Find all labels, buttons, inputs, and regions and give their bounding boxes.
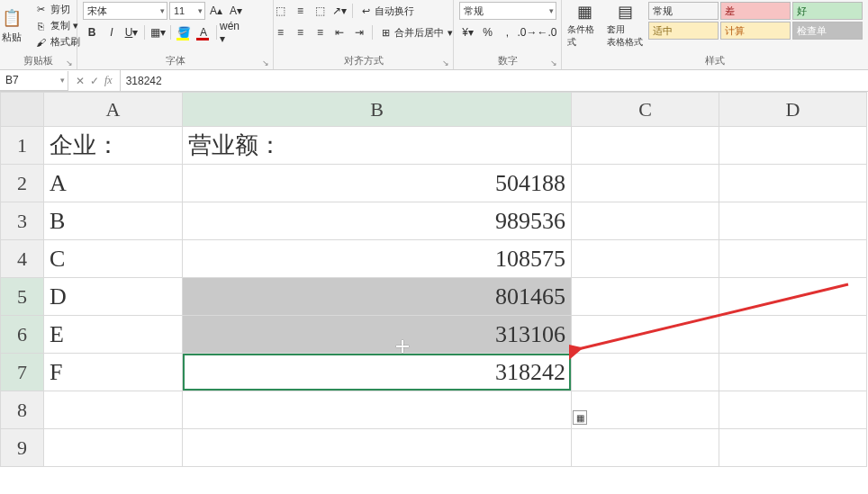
align-middle-icon[interactable]: ≡	[291, 2, 309, 20]
font-name-select[interactable]: 宋体	[83, 2, 167, 20]
row-header[interactable]: 6	[1, 316, 44, 354]
row-header[interactable]: 9	[1, 429, 44, 467]
cell[interactable]	[572, 391, 719, 429]
cell[interactable]	[719, 165, 867, 202]
cell[interactable]	[572, 165, 719, 202]
cell-b1[interactable]: 营业额：	[183, 127, 572, 165]
dialog-launcher-icon[interactable]: ↘	[550, 58, 559, 67]
enter-icon[interactable]: ✓	[90, 75, 99, 87]
indent-increase-icon[interactable]: ⇥	[350, 23, 368, 41]
currency-icon[interactable]: ¥▾	[459, 23, 477, 41]
wrap-text-button[interactable]: ↩ 自动换行	[357, 4, 417, 19]
style-bad[interactable]: 差	[720, 2, 791, 20]
cancel-icon[interactable]: ✕	[76, 75, 85, 87]
row-header[interactable]: 1	[1, 127, 44, 165]
cell[interactable]	[572, 202, 719, 240]
cell-a2[interactable]: A	[44, 165, 183, 202]
phonetic-button[interactable]: wén ▾	[221, 23, 239, 41]
cell[interactable]	[572, 278, 719, 316]
format-painter-button[interactable]: 🖌 格式刷	[32, 34, 83, 49]
cell-b5[interactable]: 801465	[183, 278, 572, 316]
bold-button[interactable]: B	[83, 23, 101, 41]
cell[interactable]	[183, 391, 572, 429]
name-box[interactable]: B7	[0, 71, 68, 91]
row-header[interactable]: 2	[1, 165, 44, 202]
cell[interactable]	[572, 429, 719, 467]
fill-color-button[interactable]: 🪣	[175, 23, 193, 41]
cell[interactable]	[572, 354, 719, 391]
decrease-decimal-icon[interactable]: ←.0	[538, 23, 556, 41]
style-good[interactable]: 好	[792, 2, 863, 20]
style-normal[interactable]: 常规	[648, 2, 719, 20]
cell-b6[interactable]: 313106	[183, 316, 572, 354]
cell[interactable]	[719, 429, 867, 467]
align-center-icon[interactable]: ≡	[291, 23, 309, 41]
cell-b4[interactable]: 108575	[183, 240, 572, 278]
italic-button[interactable]: I	[103, 23, 121, 41]
cell-a6[interactable]: E	[44, 316, 183, 354]
col-header-c[interactable]: C	[572, 93, 719, 127]
increase-font-icon[interactable]: A▴	[207, 2, 225, 20]
cell-a1[interactable]: 企业：	[44, 127, 183, 165]
dialog-launcher-icon[interactable]: ↘	[262, 58, 271, 67]
col-header-d[interactable]: D	[719, 93, 867, 127]
merge-center-button[interactable]: ⊞ 合并后居中 ▾	[376, 25, 455, 40]
percent-icon[interactable]: %	[479, 23, 497, 41]
cell-b7[interactable]: 318242	[183, 354, 572, 391]
underline-button[interactable]: U ▾	[122, 23, 140, 41]
copy-button[interactable]: ⎘ 复制 ▾	[32, 18, 83, 33]
increase-decimal-icon[interactable]: .0→	[519, 23, 537, 41]
cell-d1[interactable]	[719, 127, 867, 165]
align-right-icon[interactable]: ≡	[311, 23, 329, 41]
table-format-button[interactable]: ▤ 套用 表格格式	[605, 2, 645, 49]
indent-decrease-icon[interactable]: ⇤	[330, 23, 348, 41]
style-calc[interactable]: 计算	[720, 22, 791, 40]
cell-a5[interactable]: D	[44, 278, 183, 316]
cell[interactable]	[719, 354, 867, 391]
cell-b3[interactable]: 989536	[183, 202, 572, 240]
col-header-a[interactable]: A	[44, 93, 183, 127]
decrease-font-icon[interactable]: A▾	[227, 2, 245, 20]
select-all-corner[interactable]	[1, 93, 44, 127]
cell-a3[interactable]: B	[44, 202, 183, 240]
cell[interactable]	[719, 391, 867, 429]
cell-a4[interactable]: C	[44, 240, 183, 278]
paste-button[interactable]: 📋 粘贴	[0, 2, 29, 49]
style-check[interactable]: 检查单	[792, 22, 863, 40]
dialog-launcher-icon[interactable]: ↘	[66, 58, 75, 67]
formula-input[interactable]: 318242	[121, 75, 868, 87]
cell[interactable]	[44, 391, 183, 429]
col-header-b[interactable]: B	[183, 93, 572, 127]
quick-analysis-button[interactable]: ▦	[573, 410, 587, 425]
conditional-format-button[interactable]: ▦ 条件格式	[567, 2, 601, 49]
cell[interactable]	[719, 316, 867, 354]
orientation-icon[interactable]: ↗▾	[330, 2, 348, 20]
row-header[interactable]: 8	[1, 391, 44, 429]
align-left-icon[interactable]: ≡	[271, 23, 289, 41]
align-top-icon[interactable]: ⬚	[271, 2, 289, 20]
cell[interactable]	[572, 240, 719, 278]
row-header[interactable]: 4	[1, 240, 44, 278]
dialog-launcher-icon[interactable]: ↘	[442, 58, 451, 67]
number-format-select[interactable]: 常规	[459, 2, 556, 20]
row-header[interactable]: 3	[1, 202, 44, 240]
row-header[interactable]: 7	[1, 354, 44, 391]
fx-icon[interactable]: fx	[104, 74, 113, 87]
cell[interactable]	[719, 240, 867, 278]
cell[interactable]	[44, 429, 183, 467]
font-color-button[interactable]: A	[194, 23, 212, 41]
cell-b2[interactable]: 504188	[183, 165, 572, 202]
cell-c1[interactable]	[572, 127, 719, 165]
align-bottom-icon[interactable]: ⬚	[311, 2, 329, 20]
cell[interactable]	[572, 316, 719, 354]
style-moderate[interactable]: 适中	[648, 22, 719, 40]
cell-a7[interactable]: F	[44, 354, 183, 391]
cut-button[interactable]: ✂ 剪切	[32, 2, 83, 17]
comma-icon[interactable]: ,	[499, 23, 517, 41]
row-header[interactable]: 5	[1, 278, 44, 316]
cell[interactable]	[183, 429, 572, 467]
cell[interactable]	[719, 202, 867, 240]
cell[interactable]	[719, 278, 867, 316]
font-size-select[interactable]: 11	[169, 2, 205, 20]
border-button[interactable]: ▦▾	[149, 23, 167, 41]
